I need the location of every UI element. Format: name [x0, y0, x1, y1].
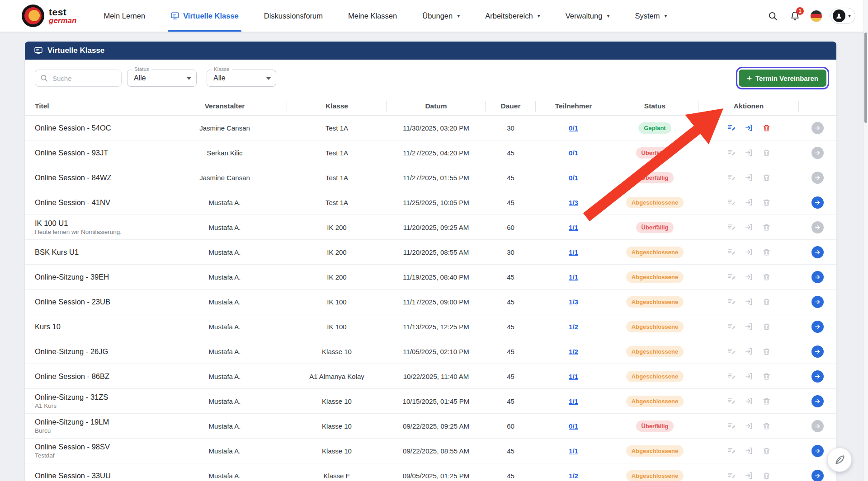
join-session-button[interactable]: [744, 371, 755, 382]
nav-item-virtuelle-klasse[interactable]: Virtuelle Klasse: [170, 0, 239, 32]
delete-session-button[interactable]: [761, 272, 772, 282]
page-scrollbar-thumb[interactable]: [864, 33, 867, 123]
edit-session-button[interactable]: [726, 346, 737, 357]
brand-logo[interactable]: test german: [22, 5, 76, 27]
row-open-button[interactable]: [811, 147, 824, 159]
delete-session-button[interactable]: [761, 297, 772, 307]
participants-link[interactable]: 1/1: [569, 248, 578, 256]
nav-item-mein-lernen[interactable]: Mein Lernen: [104, 0, 145, 32]
delete-session-button[interactable]: [761, 396, 772, 406]
participants-link[interactable]: 1/2: [569, 472, 578, 480]
delete-session-button[interactable]: [761, 322, 772, 332]
participants-link[interactable]: 1/1: [569, 273, 578, 281]
edit-session-button[interactable]: [726, 122, 737, 133]
edit-session-button[interactable]: [726, 371, 737, 382]
join-session-button[interactable]: [744, 271, 755, 282]
delete-session-button[interactable]: [761, 173, 772, 183]
participants-link[interactable]: 0/1: [569, 124, 578, 132]
search-button[interactable]: [766, 9, 780, 23]
row-open-button[interactable]: [811, 296, 824, 308]
user-menu-button[interactable]: ▾: [830, 8, 855, 24]
nav-item-arbeitsbereich[interactable]: Arbeitsbereich ▾: [485, 0, 540, 32]
edit-session-button[interactable]: [726, 470, 737, 481]
row-open-button[interactable]: [811, 420, 824, 432]
schedule-appointment-button[interactable]: + Termin Vereinbaren: [739, 70, 826, 87]
nav-item-verwaltung[interactable]: Verwaltung ▾: [566, 0, 610, 32]
delete-session-button[interactable]: [761, 123, 772, 133]
join-session-button[interactable]: [744, 122, 755, 133]
participants-link[interactable]: 1/1: [569, 447, 578, 455]
join-session-button[interactable]: [744, 296, 755, 307]
participants-link[interactable]: 1/3: [569, 199, 578, 206]
nav-item--bungen[interactable]: Übungen ▾: [422, 0, 460, 32]
participants-link[interactable]: 0/1: [569, 422, 578, 430]
nav-item-system[interactable]: System ▾: [635, 0, 667, 32]
klasse-filter-select[interactable]: Klasse Alle: [207, 70, 276, 87]
date-cell: 11/05/2025, 02:10 PM: [387, 348, 486, 355]
delete-session-button[interactable]: [761, 421, 772, 431]
join-session-button[interactable]: [744, 222, 755, 233]
edit-session-button[interactable]: [726, 396, 737, 406]
date-cell: 11/17/2025, 09:00 PM: [387, 298, 486, 306]
row-open-button[interactable]: [811, 221, 824, 233]
edit-session-button[interactable]: [726, 445, 737, 456]
join-session-button[interactable]: [744, 147, 755, 158]
join-session-button[interactable]: [744, 470, 755, 481]
join-session-button[interactable]: [744, 172, 755, 183]
participants-link[interactable]: 1/2: [569, 348, 578, 355]
edit-session-button[interactable]: [726, 420, 737, 431]
row-actions: [698, 247, 799, 257]
edit-session-button[interactable]: [726, 172, 737, 183]
row-open-button[interactable]: [811, 246, 824, 258]
support-fab-button[interactable]: [827, 448, 852, 472]
join-session-button[interactable]: [744, 445, 755, 456]
row-open-button[interactable]: [811, 321, 824, 333]
row-open-button[interactable]: [811, 122, 824, 134]
join-session-button[interactable]: [744, 346, 755, 357]
edit-session-button[interactable]: [726, 321, 737, 332]
delete-session-button[interactable]: [761, 197, 772, 208]
participants-link[interactable]: 0/1: [569, 149, 578, 157]
nav-item-meine-klassen[interactable]: Meine Klassen: [348, 0, 397, 32]
delete-session-button[interactable]: [761, 446, 772, 456]
participants-link[interactable]: 1/1: [569, 373, 578, 380]
delete-session-button[interactable]: [761, 471, 772, 481]
participants-link[interactable]: 1/1: [569, 397, 578, 405]
join-session-button[interactable]: [744, 420, 755, 431]
row-open-button[interactable]: [811, 470, 824, 481]
nav-item-diskussionsforum[interactable]: Diskussionsforum: [264, 0, 323, 32]
participants-link[interactable]: 1/2: [569, 323, 578, 331]
edit-session-button[interactable]: [726, 147, 737, 158]
delete-session-button[interactable]: [761, 371, 772, 382]
nav-item-label: System: [635, 12, 660, 20]
title-cell: Online Session - 86BZ: [25, 372, 162, 381]
edit-session-button[interactable]: [726, 222, 737, 233]
edit-session-button[interactable]: [726, 296, 737, 307]
delete-session-button[interactable]: [761, 346, 772, 357]
edit-session-button[interactable]: [726, 247, 737, 257]
row-open-button[interactable]: [811, 370, 824, 383]
row-open-button[interactable]: [811, 271, 824, 283]
row-open-button[interactable]: [811, 346, 824, 358]
delete-session-button[interactable]: [761, 148, 772, 158]
participants-link[interactable]: 1/3: [569, 298, 578, 306]
edit-session-button[interactable]: [726, 197, 737, 208]
join-session-button[interactable]: [744, 247, 755, 257]
edit-session-button[interactable]: [726, 271, 737, 282]
notifications-button[interactable]: 1: [788, 9, 802, 23]
delete-session-button[interactable]: [761, 222, 772, 233]
german-flag-icon[interactable]: [810, 10, 822, 22]
participants-link[interactable]: 0/1: [569, 174, 578, 182]
join-session-button[interactable]: [744, 197, 755, 208]
row-open-button[interactable]: [811, 445, 824, 457]
delete-session-button[interactable]: [761, 247, 772, 257]
row-open-button[interactable]: [811, 172, 824, 184]
class-cell: Test 1A: [287, 124, 387, 132]
join-session-button[interactable]: [744, 321, 755, 332]
join-session-button[interactable]: [744, 396, 755, 406]
participants-link[interactable]: 1/1: [569, 224, 578, 231]
row-open-button[interactable]: [811, 395, 824, 407]
edit-note-icon: [727, 123, 736, 132]
status-filter-select[interactable]: Status Alle: [127, 70, 197, 87]
row-open-button[interactable]: [811, 196, 824, 209]
